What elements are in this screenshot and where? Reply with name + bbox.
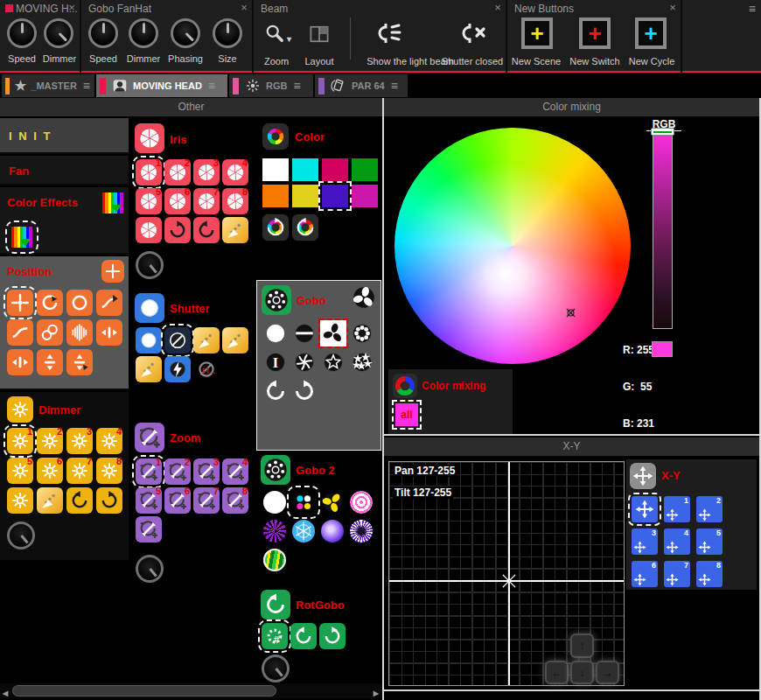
- dpad-right-key[interactable]: →: [596, 661, 619, 684]
- preset-init[interactable]: I N I T: [0, 118, 129, 154]
- zoom-preset-4[interactable]: 4: [222, 458, 248, 485]
- gobo-rotate-cw[interactable]: [291, 378, 318, 404]
- dpad-left-key[interactable]: ←: [545, 661, 569, 684]
- xy-preset-4[interactable]: 4: [664, 528, 690, 555]
- tab-rgb[interactable]: RGB ≡: [229, 74, 313, 97]
- dimmer-preset-2[interactable]: 2: [37, 428, 63, 454]
- iris-preset-4[interactable]: 4: [222, 159, 248, 186]
- position-tilt-move[interactable]: [37, 349, 63, 375]
- dpad-down-key[interactable]: ↓: [570, 661, 594, 684]
- gobo2-four-dots[interactable]: [290, 489, 317, 515]
- all-channels-button[interactable]: all: [395, 403, 418, 426]
- iris-preset-1[interactable]: 1: [136, 159, 162, 186]
- shutter-closed-icon[interactable]: [459, 19, 487, 49]
- xy-preset-6[interactable]: 6: [632, 561, 658, 587]
- dimmer-beam[interactable]: [37, 487, 63, 514]
- xy-preset-2[interactable]: 2: [696, 496, 723, 522]
- dimmer-rotate-cw[interactable]: [96, 487, 122, 514]
- position-pan-move-2[interactable]: [7, 349, 33, 375]
- gobo2-purple-swirl[interactable]: [319, 518, 346, 544]
- gobo-rotate-ccw[interactable]: [262, 378, 289, 404]
- speed-knob[interactable]: [88, 18, 118, 48]
- iris-open[interactable]: [136, 217, 162, 243]
- window-menu-icon[interactable]: ≡: [749, 1, 756, 16]
- iris-preset-2[interactable]: 2: [164, 159, 191, 186]
- dimmer-full[interactable]: [7, 487, 33, 514]
- zoom-preset-8[interactable]: 8: [222, 487, 248, 514]
- rgb-intensity-slider[interactable]: [653, 131, 673, 329]
- position-circle-once[interactable]: [37, 290, 63, 316]
- xy-preset-3[interactable]: 3: [632, 528, 658, 555]
- color-effects-preset[interactable]: [9, 224, 35, 250]
- gobo2-open[interactable]: [262, 489, 288, 515]
- xy-preset-1[interactable]: 1: [664, 496, 690, 522]
- speed-knob[interactable]: [7, 18, 37, 48]
- close-icon[interactable]: ×: [492, 1, 503, 14]
- position-center[interactable]: [7, 290, 33, 316]
- dimmer-preset-8[interactable]: 8: [96, 458, 122, 484]
- zoom-preset-7[interactable]: 7: [193, 487, 220, 514]
- zoom-magnifier-icon[interactable]: [264, 23, 285, 44]
- dimmer-preset-6[interactable]: 6: [37, 458, 63, 484]
- shutter-flash[interactable]: Fl...: [193, 356, 220, 382]
- zoom-preset-5[interactable]: 5: [136, 487, 162, 514]
- color-rotate-ccw[interactable]: [292, 214, 318, 241]
- iris-preset-5[interactable]: 5: [136, 188, 162, 214]
- color-green[interactable]: [352, 158, 378, 181]
- tab-master[interactable]: ★ _MASTER ≡: [2, 74, 94, 97]
- dpad-up-key[interactable]: ↑: [570, 634, 594, 658]
- gobo-stars[interactable]: [349, 349, 375, 375]
- dimmer-preset-1[interactable]: 1: [7, 428, 33, 454]
- shutter-closed[interactable]: [164, 327, 191, 354]
- position-wave[interactable]: [66, 319, 93, 346]
- dimmer-knob[interactable]: [44, 18, 73, 48]
- tab-moving-head[interactable]: MOVING HEAD ≡: [96, 74, 227, 97]
- zoom-preset-6[interactable]: 6: [164, 487, 191, 514]
- color-wheel[interactable]: [394, 128, 631, 364]
- shutter-strobe[interactable]: [164, 356, 191, 382]
- tab-menu-icon[interactable]: ≡: [293, 79, 300, 93]
- color-blue[interactable]: [322, 185, 348, 207]
- iris-knob[interactable]: [136, 251, 164, 279]
- dimmer-preset-4[interactable]: 4: [96, 428, 122, 454]
- dimmer-knob[interactable]: [129, 18, 158, 48]
- gobo-line[interactable]: [291, 320, 318, 346]
- zoom-knob[interactable]: [136, 555, 164, 583]
- shutter-beam-3[interactable]: [136, 356, 162, 382]
- gobo2-green-ball[interactable]: [262, 547, 288, 573]
- preset-fan[interactable]: Fan: [0, 156, 129, 186]
- gobo-three-blade[interactable]: [320, 320, 346, 346]
- gobo-star[interactable]: [320, 349, 346, 375]
- phasing-knob[interactable]: [171, 18, 200, 48]
- color-orange[interactable]: [262, 185, 289, 207]
- gobo-open[interactable]: [262, 320, 289, 346]
- color-magenta[interactable]: [352, 185, 378, 207]
- scroll-left-icon[interactable]: ◀: [3, 687, 8, 697]
- shutter-beam-1[interactable]: [193, 327, 220, 354]
- position-circle[interactable]: [66, 290, 93, 316]
- dimmer-preset-3[interactable]: 3: [66, 428, 93, 454]
- rgb-slider-handle[interactable]: [651, 128, 674, 136]
- position-curve[interactable]: [7, 319, 33, 346]
- position-pan-move[interactable]: [96, 319, 122, 346]
- xy-preset-8[interactable]: 8: [696, 561, 723, 587]
- zoom-preset-2[interactable]: 2: [164, 458, 191, 485]
- gobo-dot-ring[interactable]: [349, 320, 375, 346]
- gobo2-yellow-swirl[interactable]: [319, 489, 346, 515]
- horizontal-scrollbar[interactable]: ◀ ▶: [0, 683, 382, 698]
- close-icon[interactable]: ×: [66, 1, 77, 14]
- zoom-preset-1[interactable]: 1: [136, 458, 162, 485]
- chevron-down-icon[interactable]: ▾: [287, 33, 291, 44]
- gobo2-purple-radial[interactable]: [262, 518, 288, 544]
- position-curve-once[interactable]: [96, 290, 122, 316]
- dimmer-preset-7[interactable]: 7: [66, 458, 93, 484]
- scroll-right-icon[interactable]: ▶: [374, 687, 379, 697]
- gobo-i-bar[interactable]: I: [262, 349, 289, 375]
- iris-rotate-ccw[interactable]: [193, 217, 220, 243]
- iris-rotate-cw[interactable]: [164, 217, 191, 243]
- layout-icon[interactable]: [308, 24, 331, 44]
- rotgobo-indexed[interactable]: #: [262, 623, 288, 649]
- light-beam-icon[interactable]: [374, 19, 402, 49]
- rotgobo-rotate-ccw[interactable]: [290, 623, 317, 649]
- position-figure8[interactable]: [37, 319, 63, 346]
